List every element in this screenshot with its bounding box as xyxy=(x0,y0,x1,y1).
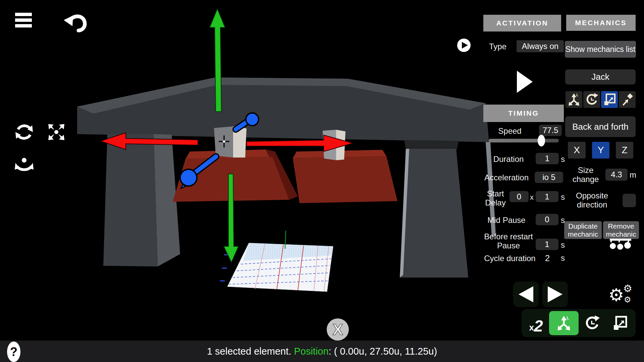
before-restart-unit: s xyxy=(561,239,565,251)
multiplier-prefix: x xyxy=(529,323,534,334)
table-top-front-face[interactable] xyxy=(77,77,489,142)
prev-icon xyxy=(519,286,533,302)
center-view-icon[interactable] xyxy=(46,121,67,143)
remove-mechanic-button[interactable]: Remove mechanic xyxy=(603,221,639,239)
status-bar: 1 selected element. Position : ( 0.00u, … xyxy=(0,341,644,362)
size-change-value[interactable]: 4.3 xyxy=(605,169,628,181)
mechanic-rotate-tab[interactable] xyxy=(583,91,600,108)
mechanic-move-tab[interactable]: L xyxy=(566,91,582,108)
before-restart-label: Before restart Pause xyxy=(476,231,541,251)
start-delay-times: x xyxy=(530,192,534,203)
orbit-view-icon[interactable] xyxy=(14,157,34,176)
toolbar-rotate-button[interactable] xyxy=(581,312,603,334)
position-value: : ( 0.00u, 27.50u, 11.25u) xyxy=(329,346,437,357)
hamburger-menu-icon[interactable] xyxy=(15,12,33,28)
opposite-direction-checkbox[interactable] xyxy=(623,194,636,207)
acceleration-label: Acceleration xyxy=(479,172,534,183)
mid-pause-label: Mid Pause xyxy=(479,215,534,225)
duration-label: Duration xyxy=(482,154,535,164)
multiplier-button[interactable]: x2 xyxy=(524,312,548,334)
size-change-label: Size change xyxy=(570,165,602,184)
cycle-duration-unit: s xyxy=(561,253,565,263)
transform-toolbar: x2 L xyxy=(522,309,636,337)
rotate-mechanic-icon xyxy=(585,93,599,107)
pendulum-icon[interactable] xyxy=(608,237,633,251)
show-mechanics-list-button[interactable]: Show mechanics list xyxy=(565,41,636,58)
mid-pause-value[interactable]: 0 xyxy=(536,214,558,225)
speed-label: Speed xyxy=(489,125,531,136)
previous-mechanic-button[interactable] xyxy=(513,282,539,307)
mode-button[interactable]: Back and forth xyxy=(565,116,636,137)
size-change-unit: m xyxy=(630,169,636,181)
multiplier-value: 2 xyxy=(534,318,543,334)
table-leg-left-front[interactable] xyxy=(103,134,158,266)
next-icon xyxy=(548,286,562,302)
mechanic-scale-tab[interactable] xyxy=(601,91,618,108)
svg-text:L: L xyxy=(567,316,569,320)
duplicate-mechanic-button[interactable]: Duplicate mechanic xyxy=(564,221,602,239)
toolbar-move-button[interactable]: L xyxy=(549,311,579,335)
timing-header: TIMING xyxy=(483,105,564,122)
axis-y-button[interactable]: Y xyxy=(592,142,609,159)
cycle-duration-label: Cycle duration xyxy=(476,253,543,263)
move-mechanic-icon: L xyxy=(567,92,581,107)
start-delay-repeats[interactable]: 0 xyxy=(509,191,529,202)
play-overlay-icon[interactable] xyxy=(457,38,471,52)
editor-screen: ACTIVATION MECHANICS Type Always on Show… xyxy=(0,0,644,362)
type-label: Type xyxy=(486,40,510,52)
duration-unit: s xyxy=(561,154,565,165)
help-button[interactable]: ? xyxy=(7,342,20,362)
acceleration-value[interactable]: io 5 xyxy=(535,172,563,183)
svg-text:L: L xyxy=(576,93,579,97)
play-mechanic-button[interactable] xyxy=(517,71,534,94)
speed-value[interactable]: 77.5 xyxy=(539,125,562,136)
opposite-direction-label: Opposite direction xyxy=(570,190,614,210)
red-block-right-front[interactable] xyxy=(293,156,397,203)
mechanics-header: MECHANICS xyxy=(566,15,636,31)
position-label: Position xyxy=(294,346,328,357)
table-leg-right-front[interactable] xyxy=(400,149,468,278)
undo-icon[interactable] xyxy=(63,11,90,33)
snap-mechanic-icon xyxy=(620,93,634,107)
activation-type-button[interactable]: Always on xyxy=(517,40,564,52)
mechanic-name-button[interactable]: Jack xyxy=(565,69,636,84)
cycle-duration-value: 2 xyxy=(541,253,553,263)
scale-mechanic-icon xyxy=(602,93,616,107)
activation-header: ACTIVATION xyxy=(483,15,561,32)
speed-slider-thumb[interactable] xyxy=(538,135,545,146)
deselect-button[interactable]: X xyxy=(327,318,349,341)
start-delay-unit: s xyxy=(561,191,565,202)
rotate-tool-icon xyxy=(584,315,600,331)
move-tool-icon: L xyxy=(555,314,573,332)
selection-count-text: 1 selected element. xyxy=(207,346,294,357)
rotate-view-icon[interactable] xyxy=(14,122,34,142)
mechanic-snap-tab[interactable] xyxy=(619,91,636,108)
table-leg-right-shadow xyxy=(404,140,459,149)
duration-value[interactable]: 1 xyxy=(536,153,559,164)
settings-gears-icon[interactable]: ⚙ ⚙ ⚙ xyxy=(608,284,637,307)
start-delay-label: Start Delay xyxy=(482,188,509,208)
axis-x-button[interactable]: X xyxy=(568,142,586,159)
before-restart-value[interactable]: 1 xyxy=(536,239,558,250)
scale-tool-icon xyxy=(611,315,628,331)
toolbar-scale-button[interactable] xyxy=(608,312,632,334)
start-delay-value[interactable]: 1 xyxy=(536,191,558,202)
axis-z-button[interactable]: Z xyxy=(616,142,633,159)
speed-slider[interactable] xyxy=(489,139,559,142)
next-mechanic-button[interactable] xyxy=(542,282,568,307)
